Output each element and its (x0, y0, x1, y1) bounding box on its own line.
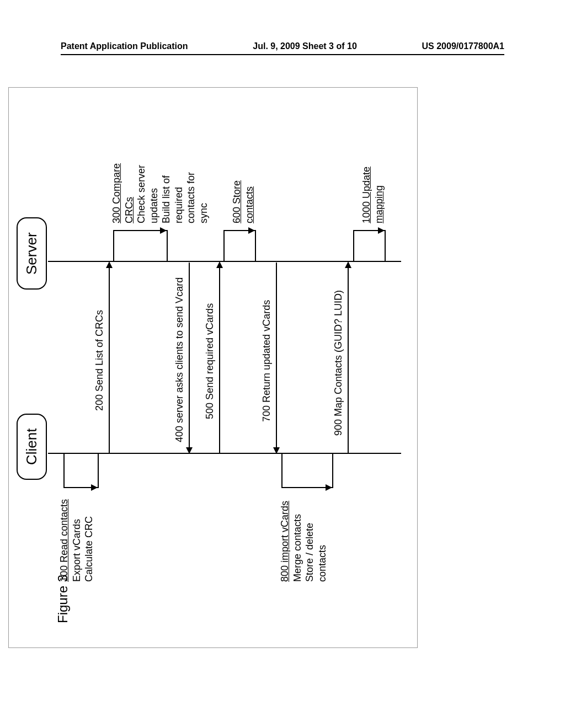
loop-1000-arrow (353, 230, 383, 231)
note-1000: 1000 Update mapping (360, 157, 385, 223)
note-300-line1: 300 Compare CRCs (110, 157, 135, 223)
sequence-diagram: Client Server 100 Read contacts Export v… (3, 157, 565, 576)
note-300-line3: Build list of required (160, 157, 185, 223)
loop-800-arrow (281, 487, 331, 488)
note-100-line1: 100 Read contacts (58, 499, 71, 582)
note-600: 600 Store contacts (231, 157, 255, 223)
header-right: US 2009/0177800A1 (422, 41, 504, 51)
note-800-line4: contacts (316, 501, 329, 582)
note-300-line2: Check server updates (135, 157, 160, 223)
note-100-line3: Calculate CRC (83, 499, 95, 582)
client-label: Client (23, 429, 40, 465)
msg-700-label: 700 Return updated vCards (261, 300, 273, 422)
note-100-line2: Export vCards (71, 499, 83, 582)
loop-100-arrow (63, 487, 97, 488)
note-800-line1: 800 import vCards (279, 501, 291, 582)
header-center: Jul. 9, 2009 Sheet 3 of 10 (253, 41, 357, 51)
msg-900-arrow (348, 263, 349, 453)
msg-700-arrow (276, 263, 277, 453)
server-participant: Server (17, 217, 47, 290)
loop-800 (281, 453, 333, 488)
note-800-line3: Store / delete (303, 501, 316, 582)
msg-900-label: 900 Map Contacts (GUID? LUID) (333, 290, 344, 436)
server-label: Server (23, 232, 40, 275)
msg-200-arrow (109, 263, 110, 453)
header-rule (61, 54, 504, 55)
loop-600 (223, 230, 256, 261)
msg-500-label: 500 Send required vCards (204, 303, 216, 419)
loop-300 (113, 230, 168, 261)
msg-400-arrow (189, 263, 190, 453)
loop-100 (63, 453, 99, 488)
client-participant: Client (17, 414, 47, 480)
note-800-line2: Merge contacts (291, 501, 304, 582)
note-300: 300 Compare CRCs Check server updates Bu… (110, 157, 210, 223)
header-left: Patent Application Publication (61, 41, 188, 51)
msg-400-label: 400 server asks clients to send Vcard (174, 277, 185, 442)
loop-300-arrow (113, 230, 166, 231)
loop-1000 (353, 230, 386, 261)
msg-500-arrow (219, 263, 220, 453)
msg-200-label: 200 Send List of CRCs (94, 310, 105, 411)
loop-600-arrow (223, 230, 254, 231)
note-800: 800 import vCards Merge contacts Store /… (279, 501, 328, 582)
note-100: 100 Read contacts Export vCards Calculat… (58, 499, 95, 582)
note-300-line4: contacts for sync (185, 157, 210, 223)
